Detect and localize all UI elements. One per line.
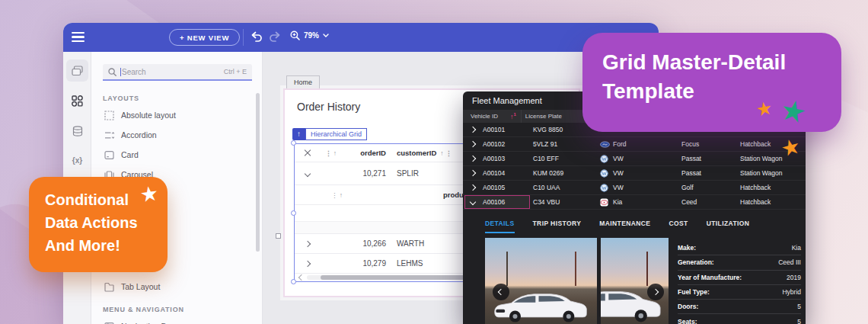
tab-layout-icon [104, 282, 114, 292]
fleet-row[interactable]: A00104KUM 0269VWPassatStation Wagon [463, 166, 806, 181]
sidebar-item-label: Absolute layout [121, 111, 176, 120]
components-icon [72, 95, 83, 107]
row-expander-icon[interactable] [463, 156, 483, 161]
rail-item-components[interactable] [66, 90, 88, 112]
vw-logo-icon [600, 155, 613, 163]
order-id-cell: 10,271 [362, 169, 386, 178]
sidebar-item-absolute-layout[interactable]: Absolute layout [91, 105, 262, 125]
vehicle-photo [485, 238, 597, 324]
orange-star-icon: ★ [755, 98, 774, 119]
rail-item-pages[interactable] [66, 59, 88, 82]
pages-icon [72, 66, 83, 76]
column-header-orderid[interactable]: orderID [360, 149, 386, 157]
anchor-up-arrow-icon: ↑ [292, 128, 305, 140]
column-header-vehicle-id[interactable]: Vehicle ID [463, 113, 510, 120]
hero-banner: + NEW VIEW 79% [0, 0, 868, 324]
detail-label: Fuel Type: [678, 288, 710, 296]
chevron-down-icon [323, 34, 329, 37]
green-star-icon: ★ [777, 95, 809, 128]
sidebar-item-navigation-bar[interactable]: Navigation Bar [91, 316, 262, 324]
ford-logo-icon [600, 141, 613, 148]
vehicle-photo [601, 238, 669, 324]
text-caret [120, 68, 121, 76]
page-title: Order History [297, 101, 360, 113]
detail-row: Generation:Ceed III [678, 255, 801, 270]
vw-logo-icon [600, 184, 613, 192]
vehicle-id-cell: A00103 [483, 155, 533, 162]
toolbar-divider [243, 29, 244, 46]
column-header-customerid[interactable]: customerID [397, 149, 436, 157]
sort-ascending-icon[interactable]: ↑1 [510, 112, 516, 120]
detail-row: Make:Kia [678, 241, 801, 255]
detail-label: Year of Manufacture: [678, 274, 742, 281]
column-menu-icons[interactable]: ⋮ ↑ [321, 149, 337, 157]
row-expander-icon[interactable] [463, 185, 483, 190]
canvas-tab-home[interactable]: Home [286, 75, 320, 88]
promo-title-line1: Grid Master-Detail [602, 48, 786, 77]
rail-item-expressions[interactable]: {x} [66, 149, 88, 172]
redo-icon[interactable] [269, 31, 281, 43]
tab-maintenance[interactable]: MAINTENANCE [599, 220, 650, 233]
detail-row: Seats:5 [678, 314, 801, 324]
top-toolbar: + NEW VIEW 79% [63, 23, 659, 52]
navigation-bar-icon [104, 322, 114, 324]
fleet-row[interactable]: A00105C10 UAAVWGolfHatchback [463, 181, 806, 195]
column-menu-icons[interactable]: ⋮ ↑ [295, 191, 343, 199]
row-expander-icon[interactable] [463, 171, 483, 175]
selection-handle-top-left[interactable] [291, 140, 296, 146]
column-sort-menu-icons[interactable]: ↑ ⋮ [440, 149, 452, 157]
search-input[interactable]: Search Ctrl + E [103, 64, 252, 81]
row-expander-icon[interactable] [295, 172, 321, 176]
model-cell: Passat [681, 155, 740, 162]
fleet-row[interactable]: A00103C10 EFFVWPassatStation Wagon [463, 152, 806, 166]
tab-utilization[interactable]: UTILIZATION [707, 220, 750, 233]
fleet-row[interactable]: A00106C34 VBUKiaCeedHatchback [463, 195, 806, 210]
fleet-detail-tabs: DETAILSTRIP HISTORYMAINTENANCECOSTUTILIZ… [485, 220, 749, 233]
brand-cell: VW [613, 169, 681, 177]
vehicle-id-cell: A00101 [483, 126, 533, 133]
row-expander-icon[interactable] [295, 261, 321, 266]
new-view-button[interactable]: + NEW VIEW [169, 29, 240, 46]
detail-label: Doors: [678, 303, 698, 310]
zoom-control[interactable]: 79% [290, 30, 329, 40]
sidebar-item-tab-layout[interactable]: Tab Layout [91, 277, 262, 297]
license-plate-cell: C34 VBU [533, 198, 600, 206]
undo-icon[interactable] [251, 31, 263, 43]
sidebar-item-card[interactable]: Card [91, 145, 262, 165]
tab-cost[interactable]: COST [669, 220, 688, 233]
hamburger-menu-icon[interactable] [72, 32, 85, 42]
selection-tag[interactable]: ↑ Hierarchical Grid [292, 128, 367, 140]
vw-logo-icon [600, 169, 613, 178]
search-placeholder: Search [122, 68, 220, 76]
row-expander-icon[interactable] [463, 127, 483, 132]
customer-id-cell: LEHMS [397, 259, 423, 268]
rail-item-data[interactable] [66, 120, 88, 143]
collapse-all-icon[interactable] [295, 148, 321, 158]
license-plate-cell: C10 EFF [533, 155, 600, 162]
row-expander-icon[interactable] [295, 242, 321, 246]
brand-cell: Kia [613, 198, 681, 206]
tab-trip-history[interactable]: TRIP HISTORY [533, 220, 582, 233]
detail-label: Make: [678, 244, 696, 252]
sidebar-item-label: Tab Layout [121, 282, 160, 291]
column-header-license-plate[interactable]: License Plate [522, 113, 562, 120]
carousel-next-button[interactable] [647, 284, 664, 300]
zoom-level-value: 79% [304, 31, 319, 40]
fleet-row[interactable]: A001025VLZ 91FordFocusHatchback [463, 137, 806, 152]
selection-handle-mid-left[interactable] [291, 210, 296, 216]
fleet-rows: A00101KVG 8850A001025VLZ 91FordFocusHatc… [463, 123, 806, 210]
tab-details[interactable]: DETAILS [485, 220, 515, 233]
vehicle-photo-carousel [485, 238, 669, 324]
license-plate-cell: KUM 0269 [533, 169, 600, 177]
sidebar-item-accordion[interactable]: Accordion [91, 125, 262, 145]
row-expander-icon[interactable] [463, 142, 483, 146]
vehicle-details-list: Make:KiaGeneration:Ceed IIIYear of Manuf… [678, 241, 801, 324]
kia-logo-icon [600, 198, 613, 207]
artboard-resize-handle[interactable] [276, 233, 281, 239]
selection-handle-bottom-left[interactable] [291, 279, 296, 284]
carousel-prev-button[interactable] [493, 284, 509, 300]
promo-text-line2: Data Actions [45, 211, 138, 234]
sidebar-scrollbar[interactable] [256, 93, 260, 252]
search-icon [108, 68, 116, 76]
brand-cell: Ford [613, 140, 681, 148]
